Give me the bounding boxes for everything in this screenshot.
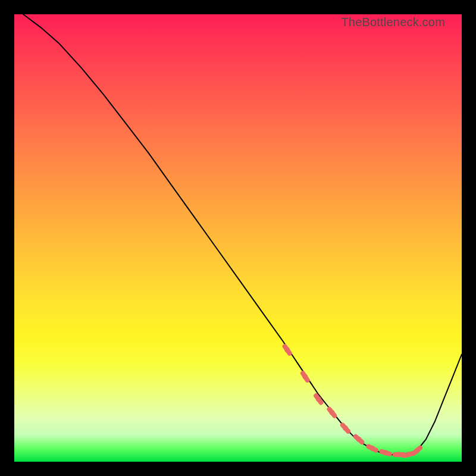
marker-dot <box>302 374 308 380</box>
marker-dot <box>356 437 362 442</box>
highlight-markers <box>284 346 420 457</box>
marker-dot <box>316 396 321 402</box>
curve-svg <box>14 14 462 462</box>
marker-dot <box>369 446 375 451</box>
marker-dot <box>414 448 419 453</box>
marker-dot <box>284 347 290 353</box>
watermark-text: TheBottleneck.com <box>341 15 445 29</box>
marker-dot <box>383 450 389 456</box>
bottleneck-curve <box>23 14 462 455</box>
marker-dot <box>405 452 411 458</box>
plot-area: TheBottleneck.com <box>14 14 462 462</box>
chart-frame: TheBottleneck.com <box>0 0 476 476</box>
marker-dot <box>396 452 402 458</box>
marker-dot <box>329 410 334 415</box>
marker-dot <box>343 425 348 431</box>
